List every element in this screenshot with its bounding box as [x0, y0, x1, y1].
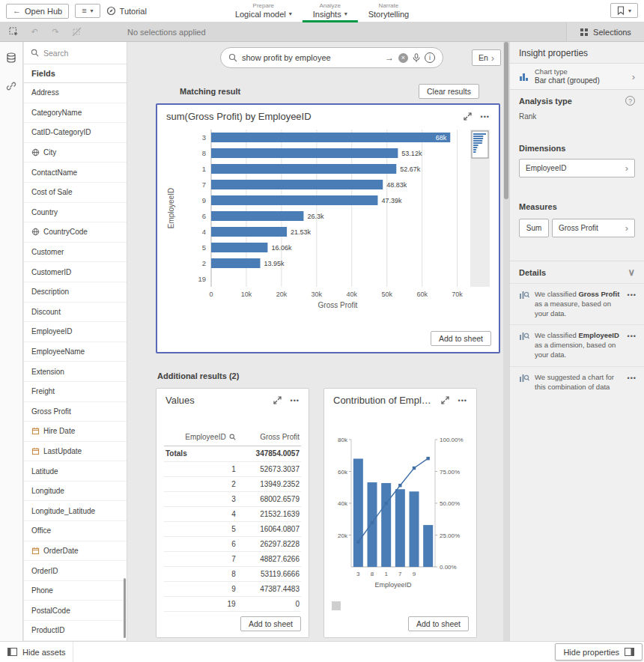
table-row[interactable]: 421532.1639 [164, 506, 301, 521]
field-item-contactname[interactable]: ContactName [24, 163, 127, 183]
table-row[interactable]: 368002.6579 [164, 491, 301, 506]
more-options-icon[interactable]: ••• [628, 291, 637, 318]
step-back-button[interactable]: ↶ [25, 25, 43, 40]
table-row[interactable]: 748827.6266 [164, 551, 301, 566]
fields-scrollbar[interactable] [124, 578, 126, 638]
values-result-card[interactable]: Values ••• EmployeeID [156, 388, 309, 638]
open-hub-button[interactable]: ← Open Hub [6, 4, 69, 19]
hide-properties-button[interactable]: Hide properties [555, 643, 643, 661]
dimension-button[interactable]: EmployeeID › [519, 159, 635, 177]
field-item-description[interactable]: Description [24, 282, 127, 303]
links-rail-button[interactable] [3, 78, 19, 94]
field-item-city[interactable]: City [24, 143, 127, 163]
nav-prepare[interactable]: Prepare Logical model ▾ [225, 0, 303, 22]
info-icon[interactable]: i [425, 52, 435, 63]
insight-search-box[interactable]: → × i [220, 47, 443, 68]
field-item-employeeid[interactable]: EmployeeID [24, 322, 127, 342]
selections-panel-toggle[interactable]: Selections [566, 22, 644, 41]
svg-text:40k: 40k [338, 500, 348, 507]
column-header-gross-profit[interactable]: Gross Profit [237, 429, 301, 446]
help-icon[interactable]: ? [625, 96, 635, 106]
svg-text:60k: 60k [416, 291, 428, 298]
chart-scroll-thumb[interactable] [332, 601, 341, 610]
expand-icon[interactable] [441, 396, 449, 404]
microphone-icon[interactable] [413, 53, 420, 63]
more-options-icon[interactable]: ••• [481, 113, 490, 121]
bookmark-button[interactable]: ▾ [610, 3, 638, 18]
bar-chart[interactable]: 010k20k30k40k50k60k70k368k853.12k152.67k… [163, 125, 493, 312]
field-item-discount[interactable]: Discount [24, 303, 127, 323]
contribution-result-card[interactable]: Contribution of Employe... ••• 20k40k60k… [323, 388, 477, 638]
pareto-chart[interactable]: 20k40k60k80k0.00%25.00%50.00%75.00%100.0… [329, 432, 473, 592]
detail-item-measure[interactable]: We classified Gross Profit as a measure,… [510, 283, 644, 324]
step-forward-button[interactable]: ↷ [46, 25, 64, 40]
clear-search-icon[interactable]: × [398, 53, 408, 63]
tutorial-link[interactable]: Tutorial [106, 6, 147, 16]
more-options-icon[interactable]: ••• [628, 332, 637, 359]
field-item-office[interactable]: Office [24, 521, 127, 541]
field-item-customer[interactable]: Customer [24, 243, 127, 263]
field-item-gross-profit[interactable]: Gross Profit [24, 402, 127, 422]
expand-icon[interactable] [464, 112, 472, 121]
field-item-extension[interactable]: Extension [24, 362, 127, 382]
aggregation-button[interactable]: Sum [519, 219, 549, 237]
hide-assets-button[interactable]: Hide assets [0, 642, 73, 662]
table-row[interactable]: 626297.8228 [164, 536, 301, 551]
field-item-freight[interactable]: Freight [24, 382, 127, 402]
main-scrollbar-thumb[interactable] [504, 42, 508, 199]
global-menu-button[interactable]: ≡ ▾ [75, 4, 100, 18]
detail-item-dimension[interactable]: We classified EmployeeID as a dimension,… [510, 324, 644, 365]
add-to-sheet-button[interactable]: Add to sheet [431, 331, 491, 346]
main-scrollbar[interactable] [503, 42, 509, 641]
table-row[interactable]: 190 [164, 596, 301, 611]
field-item-customerid[interactable]: CustomerID [24, 262, 127, 282]
field-item-address[interactable]: Address [24, 83, 127, 103]
field-item-countrycode[interactable]: CountryCode [24, 222, 127, 243]
field-item-phone[interactable]: Phone [24, 581, 127, 601]
matching-result-card[interactable]: sum(Gross Profit) by EmployeeID ••• 010k… [156, 103, 500, 353]
nav-analyze[interactable]: Analyze Insights ▾ [303, 0, 358, 22]
language-button[interactable]: En › [472, 49, 501, 66]
table-row[interactable]: 152673.3037 [164, 461, 301, 476]
measure-button[interactable]: Gross Profit › [552, 219, 635, 237]
field-item-latitude[interactable]: Latitude [24, 461, 127, 482]
field-item-orderid[interactable]: OrderID [24, 561, 127, 581]
field-item-longitude[interactable]: Longitude [24, 482, 127, 502]
fields-search-input[interactable] [43, 49, 120, 58]
selections-tool-button[interactable] [4, 25, 22, 40]
field-item-lastupdate[interactable]: LastUpdate [24, 442, 127, 462]
more-options-icon[interactable]: ••• [291, 397, 300, 404]
column-header-employeeid[interactable]: EmployeeID [164, 429, 237, 446]
add-to-sheet-button[interactable]: Add to sheet [240, 616, 301, 631]
details-toggle[interactable]: Details ∨ [510, 261, 644, 283]
table-row[interactable]: 213949.2352 [164, 476, 301, 491]
clear-selections-button[interactable] [67, 25, 85, 40]
field-item-orderdate[interactable]: OrderDate [24, 541, 127, 562]
insight-search-input[interactable] [242, 53, 380, 62]
fields-rail-button[interactable] [3, 49, 19, 66]
table-row[interactable]: 947387.4483 [164, 581, 301, 596]
nav-narrate[interactable]: Narrate Storytelling [358, 0, 419, 22]
table-row[interactable]: 516064.0807 [164, 521, 301, 536]
chart-type-row[interactable]: Chart type Bar chart (grouped) › [510, 63, 644, 90]
more-options-icon[interactable]: ••• [628, 374, 637, 392]
submit-arrow-icon[interactable]: → [385, 53, 394, 62]
table-row[interactable]: 853119.6666 [164, 566, 301, 581]
field-item-cost-of-sale[interactable]: Cost of Sale [24, 183, 127, 203]
field-item-catid-categoryid[interactable]: CatID-CategoryID [24, 123, 127, 143]
detail-item-suggestion[interactable]: We suggested a chart for this combinatio… [510, 366, 644, 398]
field-item-productid[interactable]: ProductID [24, 621, 127, 641]
field-item-categoryname[interactable]: CategoryName [24, 103, 127, 124]
field-item-hire-date[interactable]: Hire Date [24, 422, 127, 442]
field-item-postalcode[interactable]: PostalCode [24, 601, 127, 621]
field-item-country[interactable]: Country [24, 203, 127, 223]
more-options-icon[interactable]: ••• [458, 397, 467, 404]
field-item-employeename[interactable]: EmployeeName [24, 342, 127, 362]
clear-results-button[interactable]: Clear results [419, 84, 479, 99]
svg-text:50k: 50k [381, 291, 392, 298]
fields-search[interactable] [24, 42, 127, 64]
field-item-longitude-latitude[interactable]: Longitude_Latitude [24, 501, 127, 521]
add-to-sheet-button[interactable]: Add to sheet [408, 616, 469, 631]
expand-icon[interactable] [273, 396, 282, 404]
column-search-icon[interactable] [229, 434, 236, 440]
